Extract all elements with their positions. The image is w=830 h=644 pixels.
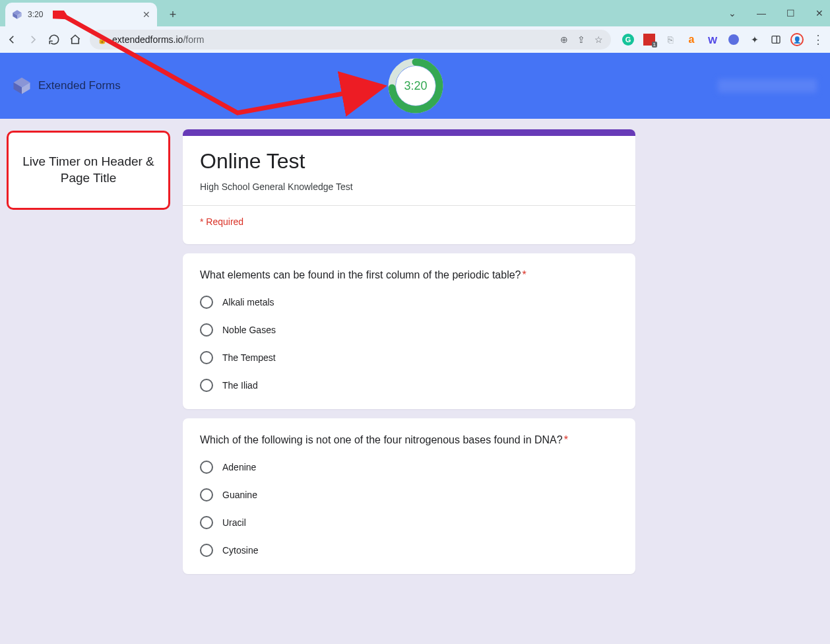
user-email-blurred: [718, 79, 817, 92]
share-icon[interactable]: ⇪: [577, 34, 585, 45]
maximize-icon[interactable]: ☐: [784, 8, 797, 18]
radio-icon: [200, 544, 213, 557]
radio-option[interactable]: Adenine: [200, 461, 618, 474]
side-panel-icon[interactable]: [769, 33, 782, 46]
radio-option[interactable]: The Tempest: [200, 351, 618, 364]
tab-favicon: [12, 9, 22, 20]
radio-icon: [200, 379, 213, 392]
required-label: * Required: [200, 216, 618, 227]
ext-gofullpage-icon[interactable]: ⎘: [664, 33, 677, 46]
ext-awesome-icon[interactable]: a: [685, 33, 698, 46]
lock-icon: 🔒: [98, 36, 107, 44]
new-tab-button[interactable]: +: [164, 5, 182, 24]
radio-icon: [200, 296, 213, 309]
browser-tab[interactable]: 3:20 ✕: [5, 3, 157, 26]
question-text: What elements can be found in the first …: [200, 269, 618, 281]
form-title: Online Test: [200, 149, 618, 174]
radio-icon: [200, 488, 213, 501]
chrome-menu-icon[interactable]: ⋮: [812, 33, 825, 46]
app-logo[interactable]: Extended Forms: [12, 76, 121, 96]
question-card: What elements can be found in the first …: [183, 253, 635, 409]
radio-option[interactable]: The Iliad: [200, 379, 618, 392]
option-label: Adenine: [222, 462, 256, 472]
app-logo-icon: [12, 76, 32, 96]
browser-toolbar: 🔒 extendedforms.io/form ⊕ ⇪ ☆ G 1 ⎘ a W …: [0, 26, 830, 53]
required-star: *: [523, 269, 527, 280]
window-controls: ⌄ — ☐ ✕: [726, 0, 830, 26]
radio-icon: [200, 461, 213, 474]
ext-circle-icon[interactable]: [727, 33, 740, 46]
radio-option[interactable]: Alkali metals: [200, 296, 618, 309]
close-tab-icon[interactable]: ✕: [143, 9, 150, 20]
timer-value: 3:20: [396, 66, 435, 106]
address-bar[interactable]: 🔒 extendedforms.io/form ⊕ ⇪ ☆: [90, 30, 611, 49]
option-label: Alkali metals: [222, 297, 274, 307]
bookmark-icon[interactable]: ☆: [594, 34, 603, 45]
profile-avatar[interactable]: 👤: [790, 33, 804, 46]
extensions-puzzle-icon[interactable]: ✦: [748, 33, 761, 46]
radio-icon: [200, 516, 213, 529]
radio-icon: [200, 351, 213, 364]
minimize-icon[interactable]: —: [755, 8, 768, 18]
countdown-timer: 3:20: [388, 58, 443, 113]
tab-dropdown-icon[interactable]: ⌄: [726, 8, 739, 18]
option-label: Noble Gases: [222, 325, 276, 335]
tab-title: 3:20: [28, 10, 43, 19]
annotation-callout: Live Timer on Header & Page Title: [7, 131, 170, 210]
url-text: extendedforms.io/form: [112, 34, 204, 45]
ext-lastpass-icon[interactable]: 1: [643, 33, 656, 46]
back-button[interactable]: [5, 33, 18, 46]
reload-button[interactable]: [48, 33, 61, 46]
form-description: High School General Knowledge Test: [200, 181, 618, 192]
option-label: Cytosine: [222, 545, 258, 556]
close-window-icon[interactable]: ✕: [813, 8, 826, 18]
option-label: The Iliad: [222, 380, 258, 391]
ext-grammarly-icon[interactable]: G: [622, 33, 635, 46]
zoom-icon[interactable]: ⊕: [560, 34, 568, 45]
option-label: Guanine: [222, 490, 257, 500]
question-card: Which of the following is not one of the…: [183, 418, 635, 574]
radio-option[interactable]: Guanine: [200, 488, 618, 501]
form-header-card: Online Test High School General Knowledg…: [183, 129, 635, 244]
required-star: *: [564, 434, 568, 445]
option-label: The Tempest: [222, 352, 276, 363]
question-text: Which of the following is not one of the…: [200, 434, 618, 446]
radio-option[interactable]: Noble Gases: [200, 323, 618, 337]
app-header: Extended Forms 3:20: [0, 53, 830, 119]
home-button[interactable]: [69, 33, 82, 46]
svg-rect-3: [772, 36, 780, 44]
radio-icon: [200, 323, 213, 337]
radio-option[interactable]: Cytosine: [200, 544, 618, 557]
forward-button[interactable]: [26, 33, 40, 46]
extension-icons: G 1 ⎘ a W ✦ 👤 ⋮: [622, 33, 825, 46]
browser-tab-strip: 3:20 ✕ + ⌄ — ☐ ✕: [0, 0, 830, 26]
ext-wappalyzer-icon[interactable]: W: [706, 33, 719, 46]
app-brand-text: Extended Forms: [38, 79, 121, 92]
radio-option[interactable]: Uracil: [200, 516, 618, 529]
option-label: Uracil: [222, 517, 246, 528]
